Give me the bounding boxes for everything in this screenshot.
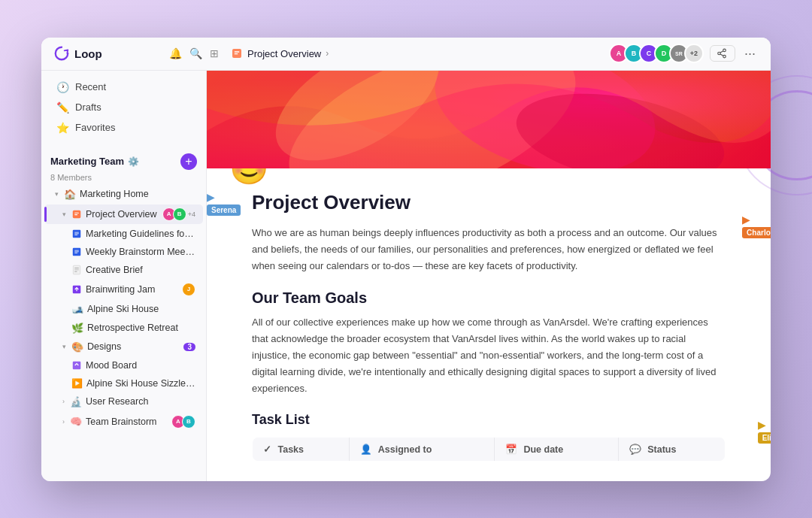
sidebar-item-drafts[interactable]: ✏️ Drafts: [46, 98, 201, 117]
col-status-label: Status: [647, 444, 676, 455]
grid-icon[interactable]: ⊞: [210, 47, 219, 59]
mood-board-label: Mood Board: [86, 360, 195, 371]
breadcrumb-chevron: ›: [326, 48, 329, 59]
share-button[interactable]: [710, 45, 735, 62]
col-due-date: 📅 Due date: [494, 438, 618, 462]
tree-item-marketing-home[interactable]: ▾ 🏠 Marketing Home: [44, 186, 203, 203]
project-overview-avatars: A B +4: [162, 208, 195, 221]
tree-item-designs[interactable]: ▾ 🎨 Designs 3: [44, 338, 203, 356]
creative-brief-icon: [71, 265, 82, 275]
sidebar-item-favorites[interactable]: ⭐ Favorites: [46, 118, 201, 138]
svg-rect-1: [235, 51, 240, 52]
svg-rect-22: [74, 271, 77, 271]
goals-text: All of our collective experiences make u…: [252, 314, 726, 397]
more-options-button[interactable]: ···: [741, 46, 759, 62]
user-research-label: User Research: [86, 396, 195, 407]
creative-brief-label: Creative Brief: [86, 265, 195, 275]
tree-item-user-research[interactable]: › 🔬 User Research: [44, 393, 203, 410]
charlotte-cursor-arrow: ▶: [742, 214, 750, 226]
workspace-header: Marketing Team ⚙️ +: [41, 147, 206, 173]
hero-banner: [207, 71, 771, 168]
workspace-name: Marketing Team ⚙️: [50, 156, 139, 167]
designs-icon: 🎨: [71, 341, 83, 353]
marketing-home-icon: 🏠: [64, 189, 76, 200]
tree-item-project-overview[interactable]: ▾ Project Overview A B +4: [44, 204, 203, 224]
serena-cursor-arrow: ▶: [207, 191, 215, 203]
sidebar-item-recent[interactable]: 🕐 Recent: [46, 77, 201, 97]
alpine-ski-icon: 🎿: [71, 304, 83, 315]
svg-rect-18: [74, 253, 77, 253]
tree-item-weekly-brainstorm[interactable]: Weekly Brainstorm Meeting: [44, 244, 203, 260]
svg-point-3: [723, 50, 726, 53]
task-table: ✓ Tasks 👤 Assigned to 📅 Due date: [252, 437, 726, 462]
tree-item-mood-board[interactable]: Mood Board: [44, 357, 203, 374]
brainwriting-avatar: J: [182, 283, 195, 296]
cursor-serena: ▶ Serena: [207, 191, 241, 216]
tasks-title: Task List: [252, 412, 726, 428]
person-icon: 👤: [360, 444, 372, 455]
title-bar: Loop 🔔 🔍 ⊞ Project Overview › A B: [41, 38, 771, 71]
content-area: 😊 ▶ Serena ▶ Charlotte ▶ Eliva Proj: [207, 71, 771, 481]
svg-rect-16: [74, 250, 79, 250]
sidebar: 🕐 Recent ✏️ Drafts ⭐ Favorites Marketing…: [41, 71, 207, 481]
svg-line-6: [720, 54, 723, 56]
svg-rect-25: [73, 361, 81, 369]
emoji-decoration: 😊: [229, 168, 268, 186]
designs-label: Designs: [87, 341, 180, 352]
calendar-icon: 📅: [505, 444, 517, 455]
team-brainstorm-avatars: A B: [171, 415, 195, 429]
sidebar-item-recent-label: Recent: [75, 81, 106, 92]
cursor-charlotte: ▶ Charlotte: [742, 214, 771, 238]
app-window: Loop 🔔 🔍 ⊞ Project Overview › A B: [41, 38, 771, 481]
svg-rect-21: [74, 269, 79, 270]
chevron-icon: ▾: [62, 343, 66, 350]
svg-point-5: [723, 56, 726, 59]
eliva-cursor-label: Eliva: [758, 432, 771, 444]
document-content: Project Overview Who we are as human bei…: [252, 168, 726, 462]
page-breadcrumb[interactable]: Project Overview ›: [231, 47, 329, 59]
chevron-icon: ▾: [55, 190, 59, 198]
tree-item-alpine-ski-house[interactable]: 🎿 Alpine Ski House: [44, 301, 203, 318]
loop-logo-icon: [53, 45, 70, 62]
brainstorm-icon: [71, 247, 82, 257]
document-title: Project Overview: [252, 191, 726, 214]
drafts-icon: ✏️: [56, 101, 69, 114]
svg-point-4: [718, 53, 721, 56]
search-icon[interactable]: 🔍: [189, 47, 202, 59]
recent-icon: 🕐: [56, 81, 69, 93]
favorites-icon: ⭐: [56, 122, 69, 134]
project-overview-label: Project Overview: [86, 209, 159, 220]
designs-count: 3: [183, 343, 195, 351]
svg-rect-20: [74, 268, 79, 268]
tree-item-alpine-sizzle[interactable]: ▶️ Alpine Ski House Sizzle Re...: [44, 375, 203, 392]
col-due-date-label: Due date: [523, 444, 563, 455]
avatar-overflow-count: +2: [684, 44, 704, 63]
tree-item-team-brainstorm[interactable]: › 🧠 Team Brainstorm A B: [44, 412, 203, 432]
goals-title: Our Team Goals: [252, 289, 726, 307]
tree-avatar-count: +4: [188, 211, 195, 218]
page-icon: [231, 47, 243, 59]
page-title-breadcrumb: Project Overview: [247, 48, 321, 59]
user-research-icon: 🔬: [70, 396, 82, 407]
weekly-brainstorm-label: Weekly Brainstorm Meeting: [86, 247, 195, 257]
tree-item-brainwriting-jam[interactable]: Brainwriting Jam J: [44, 280, 203, 299]
chevron-icon: ›: [62, 398, 65, 405]
brainwriting-jam-label: Brainwriting Jam: [86, 284, 178, 295]
svg-rect-9: [74, 212, 79, 213]
document-scroll[interactable]: 😊 ▶ Serena ▶ Charlotte ▶ Eliva Proj: [207, 168, 771, 481]
sidebar-item-drafts-label: Drafts: [75, 101, 102, 113]
chevron-icon: ›: [62, 418, 65, 426]
sidebar-nav: 🕐 Recent ✏️ Drafts ⭐ Favorites: [41, 71, 206, 144]
tree-item-marketing-guidelines[interactable]: Marketing Guidelines for V...: [44, 226, 203, 242]
tree-item-retrospective-retreat[interactable]: 🌿 Retrospective Retreat: [44, 320, 203, 337]
workspace-settings-icon[interactable]: ⚙️: [128, 156, 139, 167]
hero-swirls: [207, 71, 771, 168]
team-avatar-2: B: [182, 415, 195, 429]
video-icon: ▶️: [71, 378, 83, 389]
svg-rect-12: [74, 232, 79, 232]
app-logo-text: Loop: [74, 47, 102, 60]
add-workspace-button[interactable]: +: [180, 153, 197, 170]
collaborators-avatars: A B C D SR +2: [609, 44, 704, 63]
tree-item-creative-brief[interactable]: Creative Brief: [44, 262, 203, 278]
notification-icon[interactable]: 🔔: [169, 47, 182, 59]
